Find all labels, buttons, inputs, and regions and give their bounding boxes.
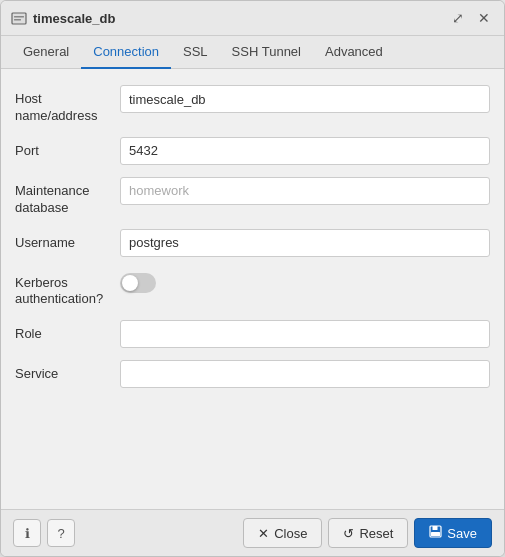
username-input[interactable] (120, 229, 490, 257)
info-button[interactable]: ℹ (13, 519, 41, 547)
svg-rect-0 (12, 13, 26, 24)
tab-ssl[interactable]: SSL (171, 36, 220, 69)
form-content: Host name/address Port Maintenance datab… (1, 69, 504, 509)
maintenance-label: Maintenance database (15, 177, 120, 217)
kerberos-label: Kerberos authentication? (15, 269, 120, 309)
tab-bar: General Connection SSL SSH Tunnel Advanc… (1, 36, 504, 69)
reset-label: Reset (359, 526, 393, 541)
kerberos-toggle-container (120, 269, 156, 293)
window-title: timescale_db (33, 11, 448, 26)
kerberos-row: Kerberos authentication? (15, 269, 490, 309)
service-label: Service (15, 360, 120, 383)
port-label: Port (15, 137, 120, 160)
hostname-input[interactable] (120, 85, 490, 113)
window-icon (11, 10, 27, 26)
tab-connection[interactable]: Connection (81, 36, 171, 69)
maintenance-row: Maintenance database (15, 177, 490, 217)
hostname-label: Host name/address (15, 85, 120, 125)
toggle-slider (120, 273, 156, 293)
info-icon: ℹ (25, 526, 30, 541)
save-button[interactable]: Save (414, 518, 492, 548)
kerberos-toggle[interactable] (120, 273, 156, 293)
maintenance-input[interactable] (120, 177, 490, 205)
footer: ℹ ? ✕ Close ↺ Reset (1, 509, 504, 556)
tab-advanced[interactable]: Advanced (313, 36, 395, 69)
hostname-row: Host name/address (15, 85, 490, 125)
save-icon (429, 525, 442, 541)
username-label: Username (15, 229, 120, 252)
close-button[interactable]: ✕ Close (243, 518, 322, 548)
help-icon: ? (57, 526, 64, 541)
title-bar: timescale_db ⤢ ✕ (1, 1, 504, 36)
window-controls: ⤢ ✕ (448, 9, 494, 27)
service-input[interactable] (120, 360, 490, 388)
close-icon: ✕ (258, 526, 269, 541)
svg-rect-2 (14, 19, 21, 21)
main-window: timescale_db ⤢ ✕ General Connection SSL … (0, 0, 505, 557)
reset-icon: ↺ (343, 526, 354, 541)
maximize-button[interactable]: ⤢ (448, 9, 468, 27)
svg-rect-5 (431, 532, 440, 536)
role-input[interactable] (120, 320, 490, 348)
save-label: Save (447, 526, 477, 541)
port-row: Port (15, 137, 490, 165)
port-input[interactable] (120, 137, 490, 165)
role-label: Role (15, 320, 120, 343)
close-label: Close (274, 526, 307, 541)
help-button[interactable]: ? (47, 519, 75, 547)
reset-button[interactable]: ↺ Reset (328, 518, 408, 548)
close-window-button[interactable]: ✕ (474, 9, 494, 27)
service-row: Service (15, 360, 490, 388)
svg-rect-4 (433, 526, 438, 530)
footer-left-buttons: ℹ ? (13, 519, 75, 547)
footer-right-buttons: ✕ Close ↺ Reset Save (243, 518, 492, 548)
tab-general[interactable]: General (11, 36, 81, 69)
username-row: Username (15, 229, 490, 257)
tab-ssh-tunnel[interactable]: SSH Tunnel (220, 36, 313, 69)
role-row: Role (15, 320, 490, 348)
svg-rect-1 (14, 16, 24, 18)
